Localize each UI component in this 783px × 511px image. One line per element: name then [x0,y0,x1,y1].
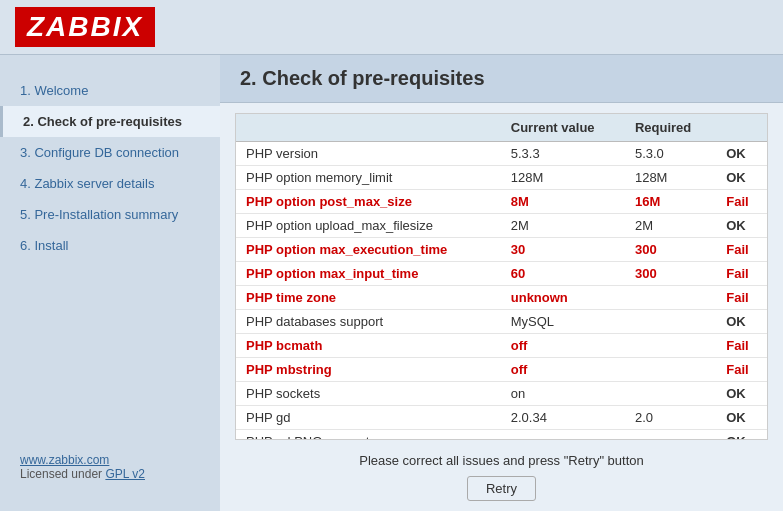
row-status: OK [716,166,767,190]
table-row: PHP bcmathoffFail [236,334,767,358]
row-status: OK [716,406,767,430]
row-required: 5.3.0 [625,142,716,166]
row-name: PHP option max_execution_time [236,238,501,262]
table-row: PHP databases supportMySQLOK [236,310,767,334]
zabbix-link[interactable]: www.zabbix.com [20,453,109,467]
row-status: Fail [716,262,767,286]
row-current: 2.0.34 [501,406,625,430]
table-row: PHP option post_max_size8M16MFail [236,190,767,214]
sidebar-item-prerequisites[interactable]: 2. Check of pre-requisites [0,106,220,137]
row-required [625,286,716,310]
retry-button[interactable]: Retry [467,476,536,501]
table-row: PHP version5.3.35.3.0OK [236,142,767,166]
row-required: 128M [625,166,716,190]
col-header-status [716,114,767,142]
row-current: on [501,430,625,441]
table-row: PHP socketsonOK [236,382,767,406]
row-status: Fail [716,358,767,382]
row-required: 16M [625,190,716,214]
row-name: PHP version [236,142,501,166]
row-status: OK [716,310,767,334]
row-required [625,310,716,334]
sidebar-item-welcome[interactable]: 1. Welcome [0,75,220,106]
row-name: PHP gd [236,406,501,430]
row-current: 5.3.3 [501,142,625,166]
table-row: PHP option memory_limit128M128MOK [236,166,767,190]
table-row: PHP option upload_max_filesize2M2MOK [236,214,767,238]
nav-items: 1. Welcome 2. Check of pre-requisites 3.… [0,75,220,261]
row-required: 2M [625,214,716,238]
bottom-message: Please correct all issues and press "Ret… [235,453,768,468]
row-name: PHP option max_input_time [236,262,501,286]
content-area: 2. Check of pre-requisites Current value… [220,55,783,511]
row-current: 30 [501,238,625,262]
row-current: 8M [501,190,625,214]
row-current: 60 [501,262,625,286]
table-header-row: Current value Required [236,114,767,142]
prerequisites-table-wrapper: Current value Required PHP version5.3.35… [235,113,768,440]
header: ZABBIX [0,0,783,55]
row-status: OK [716,382,767,406]
row-name: PHP time zone [236,286,501,310]
license-text: Licensed under [20,467,102,481]
row-current: 2M [501,214,625,238]
row-required: 300 [625,262,716,286]
gpl-link[interactable]: GPL v2 [105,467,145,481]
row-required [625,358,716,382]
row-status: Fail [716,190,767,214]
row-status: OK [716,430,767,441]
row-required: 2.0 [625,406,716,430]
row-name: PHP databases support [236,310,501,334]
sidebar-item-install[interactable]: 6. Install [0,230,220,261]
sidebar-item-configure-db[interactable]: 3. Configure DB connection [0,137,220,168]
prerequisites-table: Current value Required PHP version5.3.35… [236,114,767,440]
row-status: OK [716,142,767,166]
row-status: Fail [716,238,767,262]
row-current: unknown [501,286,625,310]
row-required [625,430,716,441]
row-name: PHP gd PNG support [236,430,501,441]
logo: ZABBIX [15,7,155,47]
row-required [625,334,716,358]
table-row: PHP gd2.0.342.0OK [236,406,767,430]
sidebar-item-server-details[interactable]: 4. Zabbix server details [0,168,220,199]
sidebar-footer: www.zabbix.com Licensed under GPL v2 [0,443,220,491]
table-row: PHP option max_input_time60300Fail [236,262,767,286]
col-header-required: Required [625,114,716,142]
row-current: off [501,358,625,382]
row-name: PHP option upload_max_filesize [236,214,501,238]
row-name: PHP sockets [236,382,501,406]
content-title: 2. Check of pre-requisites [220,55,783,103]
row-name: PHP option post_max_size [236,190,501,214]
table-row: PHP time zoneunknownFail [236,286,767,310]
row-status: OK [716,214,767,238]
table-row: PHP gd PNG supportonOK [236,430,767,441]
table-row: PHP option max_execution_time30300Fail [236,238,767,262]
bottom-area: Please correct all issues and press "Ret… [220,445,783,511]
sidebar-item-pre-install[interactable]: 5. Pre-Installation summary [0,199,220,230]
row-status: Fail [716,286,767,310]
row-current: off [501,334,625,358]
row-current: on [501,382,625,406]
row-name: PHP option memory_limit [236,166,501,190]
row-name: PHP bcmath [236,334,501,358]
row-current: MySQL [501,310,625,334]
row-status: Fail [716,334,767,358]
row-required: 300 [625,238,716,262]
col-header-name [236,114,501,142]
row-name: PHP mbstring [236,358,501,382]
row-required [625,382,716,406]
table-row: PHP mbstringoffFail [236,358,767,382]
col-header-current: Current value [501,114,625,142]
sidebar: 1. Welcome 2. Check of pre-requisites 3.… [0,55,220,511]
content-body: Current value Required PHP version5.3.35… [220,103,783,511]
row-current: 128M [501,166,625,190]
main-layout: 1. Welcome 2. Check of pre-requisites 3.… [0,55,783,511]
